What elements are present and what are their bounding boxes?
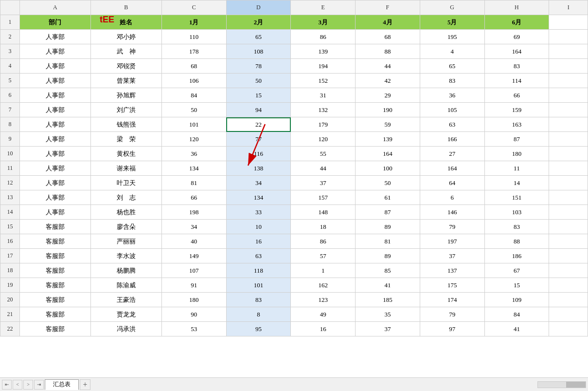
cell-m1[interactable]: 81 bbox=[161, 176, 226, 190]
cell-m2[interactable]: 65 bbox=[226, 30, 291, 44]
cell-m6[interactable]: 84 bbox=[484, 307, 549, 322]
cell-m1[interactable]: 198 bbox=[161, 205, 226, 220]
tab-nav-next[interactable]: > bbox=[23, 380, 33, 390]
cell-m1[interactable]: 134 bbox=[161, 161, 226, 176]
cell-m6[interactable]: 83 bbox=[484, 220, 549, 234]
cell-m5[interactable]: 164 bbox=[420, 161, 484, 176]
cell-m5[interactable]: 105 bbox=[420, 103, 484, 117]
cell-m4[interactable]: 190 bbox=[356, 103, 420, 117]
cell-m1[interactable]: 120 bbox=[161, 132, 226, 147]
cell-m6[interactable]: 164 bbox=[484, 44, 549, 59]
cell-m4[interactable]: 61 bbox=[356, 190, 420, 205]
cell-m5[interactable]: 63 bbox=[420, 117, 484, 132]
col-header-g[interactable]: G bbox=[420, 0, 484, 15]
cell-m1[interactable]: 178 bbox=[161, 44, 226, 59]
cell-dept[interactable]: 人事部 bbox=[19, 132, 90, 147]
cell-dept[interactable]: 人事部 bbox=[19, 117, 90, 132]
cell-m5[interactable]: 6 bbox=[420, 190, 484, 205]
cell-m6[interactable]: 14 bbox=[484, 176, 549, 190]
cell-m2[interactable]: 63 bbox=[226, 249, 291, 263]
cell-m4[interactable]: 35 bbox=[356, 307, 420, 322]
cell-m6[interactable]: 69 bbox=[484, 30, 549, 44]
cell-m3[interactable]: 86 bbox=[291, 234, 356, 249]
cell-name[interactable]: 姓名 bbox=[90, 15, 161, 30]
cell-dept[interactable]: 部门 bbox=[19, 15, 90, 30]
cell-dept[interactable]: 人事部 bbox=[19, 205, 90, 220]
cell-m6[interactable]: 87 bbox=[484, 132, 549, 147]
cell-m2[interactable]: 94 bbox=[226, 103, 291, 117]
cell-name[interactable]: 梁 荣 bbox=[90, 132, 161, 147]
cell-dept[interactable]: 人事部 bbox=[19, 190, 90, 205]
cell-m3[interactable]: 123 bbox=[291, 293, 356, 307]
cell-m2[interactable]: 8 bbox=[226, 307, 291, 322]
cell-m2[interactable]: 101 bbox=[226, 278, 291, 293]
cell-name[interactable]: 杨也胜 bbox=[90, 205, 161, 220]
cell-m1[interactable]: 90 bbox=[161, 307, 226, 322]
cell-m6[interactable]: 15 bbox=[484, 278, 549, 293]
cell-m1[interactable]: 66 bbox=[161, 190, 226, 205]
cell-m6[interactable]: 151 bbox=[484, 190, 549, 205]
cell-m4[interactable]: 50 bbox=[356, 176, 420, 190]
cell-m3[interactable]: 148 bbox=[291, 205, 356, 220]
cell-m5[interactable]: 5月 bbox=[420, 15, 484, 30]
cell-m1[interactable]: 107 bbox=[161, 263, 226, 278]
cell-m2[interactable]: 83 bbox=[226, 293, 291, 307]
cell-m6[interactable]: 163 bbox=[484, 117, 549, 132]
cell-m1[interactable]: 101 bbox=[161, 117, 226, 132]
cell-dept[interactable]: 人事部 bbox=[19, 147, 90, 161]
cell-dept[interactable]: 人事部 bbox=[19, 176, 90, 190]
cell-name[interactable]: 黄权生 bbox=[90, 147, 161, 161]
cell-m6[interactable]: 114 bbox=[484, 74, 549, 88]
cell-m2[interactable]: 34 bbox=[226, 176, 291, 190]
cell-m5[interactable]: 137 bbox=[420, 263, 484, 278]
cell-dept[interactable]: 客服部 bbox=[19, 322, 90, 336]
cell-m4[interactable]: 164 bbox=[356, 147, 420, 161]
cell-m3[interactable]: 18 bbox=[291, 220, 356, 234]
tab-nav-first[interactable]: ⇤ bbox=[2, 380, 12, 390]
cell-dept[interactable]: 人事部 bbox=[19, 88, 90, 103]
cell-m6[interactable]: 180 bbox=[484, 147, 549, 161]
cell-m5[interactable]: 27 bbox=[420, 147, 484, 161]
cell-m5[interactable]: 79 bbox=[420, 307, 484, 322]
cell-m6[interactable]: 41 bbox=[484, 322, 549, 336]
cell-m5[interactable]: 37 bbox=[420, 249, 484, 263]
cell-m4[interactable]: 185 bbox=[356, 293, 420, 307]
cell-m5[interactable]: 4 bbox=[420, 44, 484, 59]
cell-m5[interactable]: 195 bbox=[420, 30, 484, 44]
cell-m5[interactable]: 174 bbox=[420, 293, 484, 307]
cell-m5[interactable]: 97 bbox=[420, 322, 484, 336]
cell-m2[interactable]: 2月 bbox=[226, 15, 291, 30]
cell-name[interactable]: 廖含朵 bbox=[90, 220, 161, 234]
cell-m2[interactable]: 77 bbox=[226, 132, 291, 147]
cell-m4[interactable]: 41 bbox=[356, 278, 420, 293]
cell-name[interactable]: 曾莱莱 bbox=[90, 74, 161, 88]
cell-m3[interactable]: 139 bbox=[291, 44, 356, 59]
cell-m3[interactable]: 120 bbox=[291, 132, 356, 147]
cell-m4[interactable]: 81 bbox=[356, 234, 420, 249]
cell-m1[interactable]: 149 bbox=[161, 249, 226, 263]
cell-m1[interactable]: 68 bbox=[161, 59, 226, 74]
cell-dept[interactable]: 客服部 bbox=[19, 278, 90, 293]
cell-m1[interactable]: 53 bbox=[161, 322, 226, 336]
cell-name[interactable]: 陈渝威 bbox=[90, 278, 161, 293]
cell-dept[interactable]: 人事部 bbox=[19, 103, 90, 117]
cell-m2[interactable]: 15 bbox=[226, 88, 291, 103]
cell-dept[interactable]: 人事部 bbox=[19, 44, 90, 59]
cell-m4[interactable]: 139 bbox=[356, 132, 420, 147]
cell-m6[interactable]: 83 bbox=[484, 59, 549, 74]
cell-m2[interactable]: 134 bbox=[226, 190, 291, 205]
cell-m1[interactable]: 50 bbox=[161, 103, 226, 117]
cell-dept[interactable]: 客服部 bbox=[19, 293, 90, 307]
cell-name[interactable]: 孙旭辉 bbox=[90, 88, 161, 103]
cell-m5[interactable]: 175 bbox=[420, 278, 484, 293]
cell-m4[interactable]: 29 bbox=[356, 88, 420, 103]
cell-m1[interactable]: 34 bbox=[161, 220, 226, 234]
cell-name[interactable]: 冯承洪 bbox=[90, 322, 161, 336]
cell-m5[interactable]: 79 bbox=[420, 220, 484, 234]
scrollbar-thumb[interactable] bbox=[566, 382, 586, 388]
cell-m3[interactable]: 179 bbox=[291, 117, 356, 132]
cell-m4[interactable]: 89 bbox=[356, 249, 420, 263]
cell-m6[interactable]: 6月 bbox=[484, 15, 549, 30]
cell-name[interactable]: 武 神 bbox=[90, 44, 161, 59]
cell-m3[interactable]: 157 bbox=[291, 190, 356, 205]
